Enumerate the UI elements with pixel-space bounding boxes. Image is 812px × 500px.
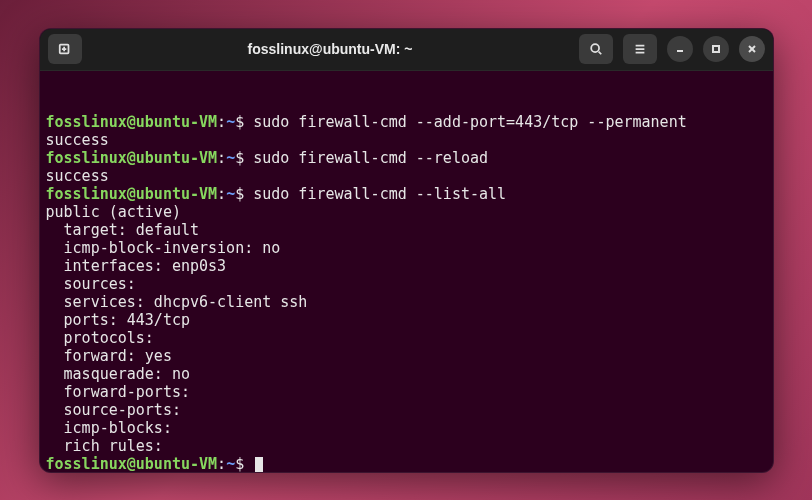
- output-text: interfaces: enp0s3: [46, 257, 227, 275]
- terminal-line: forward: yes: [46, 347, 763, 365]
- output-text: forward: yes: [46, 347, 172, 365]
- menu-button[interactable]: [623, 34, 657, 64]
- terminal-window: fosslinux@ubuntu-VM: ~ fosslinux@ubuntu-…: [39, 28, 774, 473]
- terminal-line: fosslinux@ubuntu-VM:~$ sudo firewall-cmd…: [46, 185, 763, 203]
- output-text: icmp-block-inversion: no: [46, 239, 281, 257]
- minimize-button[interactable]: [667, 36, 693, 62]
- svg-rect-9: [713, 46, 719, 52]
- prompt-symbol: $: [235, 113, 253, 131]
- terminal-line: public (active): [46, 203, 763, 221]
- terminal-line: success: [46, 167, 763, 185]
- prompt-colon: :: [217, 149, 226, 167]
- output-text: success: [46, 131, 109, 149]
- terminal-line: forward-ports:: [46, 383, 763, 401]
- terminal-line: icmp-blocks:: [46, 419, 763, 437]
- output-text: rich rules:: [46, 437, 163, 455]
- prompt-user-host: fosslinux@ubuntu-VM: [46, 113, 218, 131]
- prompt-symbol: $: [235, 185, 253, 203]
- prompt-symbol: $: [235, 455, 253, 472]
- cursor: [255, 457, 263, 472]
- svg-line-4: [598, 52, 601, 55]
- hamburger-icon: [633, 42, 647, 56]
- command-text: sudo firewall-cmd --add-port=443/tcp --p…: [253, 113, 686, 131]
- output-text: source-ports:: [46, 401, 181, 419]
- svg-point-3: [591, 44, 599, 52]
- maximize-button[interactable]: [703, 36, 729, 62]
- terminal-line: fosslinux@ubuntu-VM:~$ sudo firewall-cmd…: [46, 113, 763, 131]
- terminal-line: protocols:: [46, 329, 763, 347]
- prompt-path: ~: [226, 455, 235, 472]
- prompt-colon: :: [217, 185, 226, 203]
- prompt-user-host: fosslinux@ubuntu-VM: [46, 455, 218, 472]
- output-text: protocols:: [46, 329, 154, 347]
- terminal-line: icmp-block-inversion: no: [46, 239, 763, 257]
- terminal-line: fosslinux@ubuntu-VM:~$: [46, 455, 763, 472]
- close-icon: [747, 44, 757, 54]
- new-tab-icon: [58, 42, 72, 56]
- close-button[interactable]: [739, 36, 765, 62]
- prompt-symbol: $: [235, 149, 253, 167]
- terminal-line: masquerade: no: [46, 365, 763, 383]
- prompt-colon: :: [217, 455, 226, 472]
- maximize-icon: [711, 44, 721, 54]
- terminal-line: target: default: [46, 221, 763, 239]
- prompt-path: ~: [226, 113, 235, 131]
- terminal-scroll-area[interactable]: fosslinux@ubuntu-VM:~$ sudo firewall-cmd…: [46, 113, 771, 472]
- output-text: ports: 443/tcp: [46, 311, 191, 329]
- search-icon: [589, 42, 603, 56]
- search-button[interactable]: [579, 34, 613, 64]
- prompt-path: ~: [226, 149, 235, 167]
- minimize-icon: [675, 44, 685, 54]
- prompt-user-host: fosslinux@ubuntu-VM: [46, 149, 218, 167]
- output-text: forward-ports:: [46, 383, 191, 401]
- prompt-path: ~: [226, 185, 235, 203]
- output-text: sources:: [46, 275, 136, 293]
- window-title: fosslinux@ubuntu-VM: ~: [88, 41, 573, 57]
- output-text: icmp-blocks:: [46, 419, 172, 437]
- terminal-line: interfaces: enp0s3: [46, 257, 763, 275]
- command-text: sudo firewall-cmd --list-all: [253, 185, 506, 203]
- prompt-colon: :: [217, 113, 226, 131]
- terminal-line: source-ports:: [46, 401, 763, 419]
- terminal-line: success: [46, 131, 763, 149]
- output-text: success: [46, 167, 109, 185]
- terminal-viewport[interactable]: fosslinux@ubuntu-VM:~$ sudo firewall-cmd…: [40, 71, 773, 472]
- titlebar: fosslinux@ubuntu-VM: ~: [40, 29, 773, 71]
- terminal-line: ports: 443/tcp: [46, 311, 763, 329]
- output-text: services: dhcpv6-client ssh: [46, 293, 308, 311]
- terminal-line: rich rules:: [46, 437, 763, 455]
- command-text: sudo firewall-cmd --reload: [253, 149, 488, 167]
- output-text: target: default: [46, 221, 200, 239]
- new-tab-button[interactable]: [48, 34, 82, 64]
- terminal-line: fosslinux@ubuntu-VM:~$ sudo firewall-cmd…: [46, 149, 763, 167]
- terminal-line: sources:: [46, 275, 763, 293]
- output-text: masquerade: no: [46, 365, 191, 383]
- output-text: public (active): [46, 203, 181, 221]
- terminal-line: services: dhcpv6-client ssh: [46, 293, 763, 311]
- prompt-user-host: fosslinux@ubuntu-VM: [46, 185, 218, 203]
